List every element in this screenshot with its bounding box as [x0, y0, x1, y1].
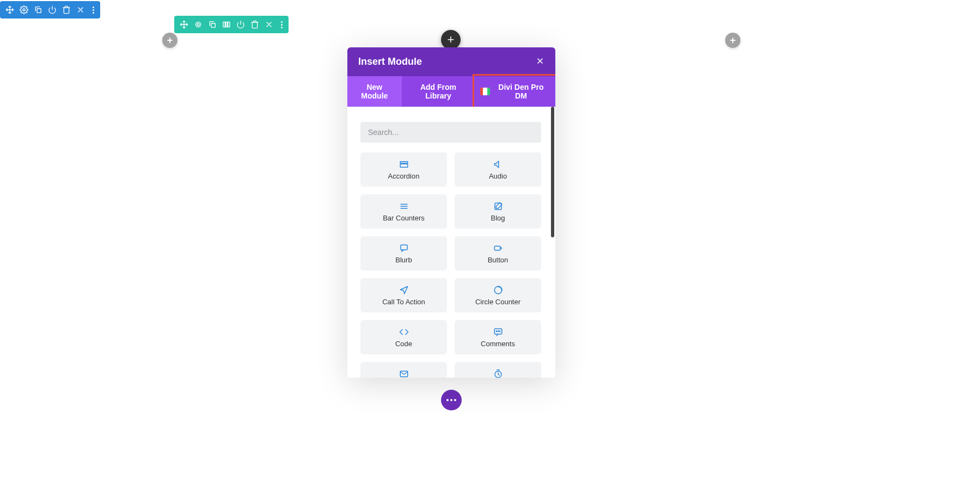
circle-icon: [493, 285, 503, 296]
tab-label: New Module: [353, 83, 396, 100]
tab-new-module[interactable]: New Module: [347, 76, 402, 107]
svg-rect-5: [226, 22, 228, 27]
more-icon[interactable]: [89, 3, 97, 16]
module-cta[interactable]: Call To Action: [360, 278, 447, 312]
tab-label: Divi Den Pro DM: [492, 83, 550, 100]
svg-rect-14: [494, 246, 500, 250]
module-comments[interactable]: Comments: [455, 320, 541, 354]
section-toolbar[interactable]: [0, 1, 100, 19]
insert-module-modal: Insert Module New Module Add From Librar…: [347, 47, 555, 378]
module-audio[interactable]: Audio: [455, 152, 541, 187]
row-toolbar[interactable]: [174, 16, 289, 33]
module-label: Blog: [491, 214, 505, 222]
add-module-left[interactable]: +: [162, 33, 177, 48]
accordion-icon: [399, 159, 409, 170]
module-label: Button: [488, 256, 509, 264]
modal-body: AccordionAudioBar CountersBlogBlurbButto…: [347, 107, 555, 378]
modal-header: Insert Module: [347, 47, 555, 76]
duplicate-icon[interactable]: [32, 3, 45, 16]
svg-rect-4: [223, 22, 225, 27]
svg-point-17: [496, 331, 497, 332]
trash-icon[interactable]: [60, 3, 73, 16]
module-label: Call To Action: [382, 298, 425, 306]
close-icon[interactable]: [74, 3, 87, 16]
svg-point-19: [499, 331, 500, 332]
svg-rect-6: [228, 22, 230, 27]
module-countdown[interactable]: Countdown Timer: [455, 362, 541, 378]
svg-point-2: [197, 23, 199, 26]
module-bar-counters[interactable]: Bar Counters: [360, 194, 447, 229]
svg-point-0: [23, 9, 25, 11]
module-contact[interactable]: Contact Form: [360, 362, 447, 378]
module-grid: AccordionAudioBar CountersBlogBlurbButto…: [360, 152, 541, 378]
blog-icon: [493, 201, 503, 212]
module-label: Comments: [481, 340, 515, 348]
svg-rect-1: [37, 9, 41, 13]
bars-icon: [399, 201, 409, 212]
tab-library[interactable]: Add From Library: [402, 76, 475, 107]
move-icon[interactable]: [177, 18, 191, 31]
power-icon[interactable]: [234, 18, 247, 31]
svg-point-18: [498, 331, 499, 332]
countdown-icon: [493, 369, 503, 378]
add-module-center[interactable]: +: [441, 30, 461, 50]
audio-icon: [493, 159, 503, 170]
modal-title: Insert Module: [358, 56, 422, 67]
comments-icon: [493, 327, 503, 337]
module-button[interactable]: Button: [455, 236, 541, 271]
modal-tabs: New Module Add From Library Divi Den Pro…: [347, 76, 555, 107]
add-module-right[interactable]: +: [725, 33, 740, 48]
columns-icon[interactable]: [220, 18, 233, 31]
svg-rect-13: [401, 245, 407, 250]
page-settings-fab[interactable]: [441, 390, 462, 410]
scrollbar[interactable]: [551, 107, 554, 237]
blurb-icon: [399, 243, 409, 254]
svg-rect-8: [400, 164, 408, 167]
module-circle[interactable]: Circle Counter: [455, 278, 541, 312]
contact-icon: [399, 369, 409, 378]
module-blog[interactable]: Blog: [455, 194, 541, 229]
modal-close-button[interactable]: [536, 57, 544, 67]
svg-rect-7: [400, 162, 408, 163]
module-blurb[interactable]: Blurb: [360, 236, 447, 271]
module-code[interactable]: Code: [360, 320, 447, 354]
ddp-icon: [480, 88, 490, 95]
module-accordion[interactable]: Accordion: [360, 152, 447, 187]
code-icon: [399, 327, 409, 337]
move-icon[interactable]: [3, 3, 16, 16]
module-label: Accordion: [388, 172, 420, 180]
tab-label: Add From Library: [407, 83, 470, 100]
gear-icon[interactable]: [17, 3, 30, 16]
module-label: Audio: [489, 172, 507, 180]
trash-icon[interactable]: [248, 18, 261, 31]
module-label: Blurb: [395, 256, 412, 264]
close-icon[interactable]: [262, 18, 275, 31]
button-icon: [493, 243, 503, 254]
svg-rect-3: [211, 23, 215, 27]
cta-icon: [399, 285, 409, 296]
duplicate-icon[interactable]: [206, 18, 219, 31]
module-label: Bar Counters: [383, 214, 425, 222]
gear-icon[interactable]: [192, 18, 205, 31]
module-label: Circle Counter: [475, 298, 520, 306]
search-input[interactable]: [360, 122, 541, 143]
tab-divi-den-pro[interactable]: Divi Den Pro DM: [475, 76, 555, 107]
power-icon[interactable]: [46, 3, 59, 16]
module-label: Code: [395, 340, 412, 348]
more-icon[interactable]: [278, 18, 285, 31]
